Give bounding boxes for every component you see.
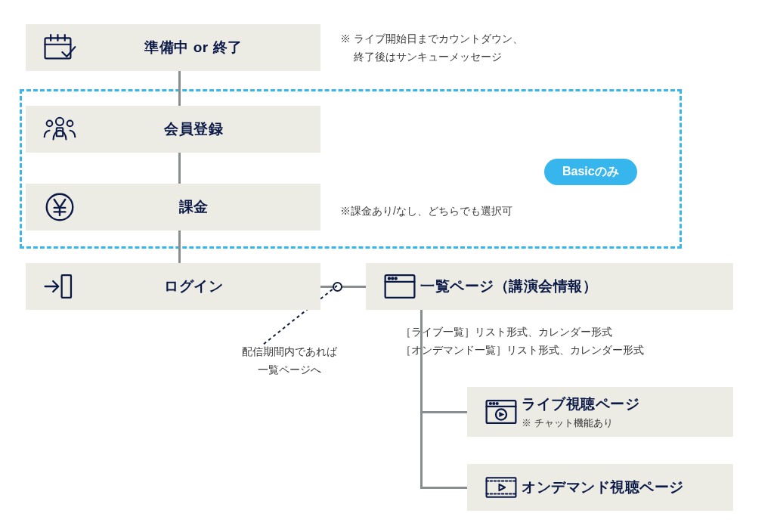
- svg-point-22: [490, 403, 491, 404]
- svg-point-7: [47, 121, 53, 127]
- note-list-details: ［ライブ一覧］リスト形式、カレンダー形式 ［オンデマンド一覧］リスト形式、カレン…: [401, 323, 644, 360]
- basic-only-badge: Basicのみ: [544, 159, 637, 185]
- note-login-line2: 一覧ページへ: [258, 363, 321, 376]
- svg-marker-30: [499, 484, 505, 490]
- calendar-check-icon: [39, 32, 80, 63]
- yen-circle-icon: [39, 192, 80, 222]
- browser-window-icon: [379, 273, 420, 300]
- connector-branch-ondemand: [420, 487, 467, 489]
- login-arrow-icon: [39, 273, 80, 300]
- node-preparing-title: 準備中 or 終了: [144, 38, 242, 57]
- svg-point-19: [395, 277, 397, 279]
- svg-point-8: [67, 121, 73, 127]
- note-login: 配信期間内であれば 一覧ページへ: [218, 343, 361, 379]
- node-register: 会員登録: [26, 106, 320, 153]
- node-preparing-or-ended: 準備中 or 終了: [26, 24, 320, 71]
- note-billing: ※課金あり/なし、どちらでも選択可: [340, 203, 512, 221]
- svg-point-6: [56, 118, 63, 125]
- node-billing: 課金: [26, 184, 320, 230]
- note-preparing-line1: ※ ライブ開始日までカウントダウン、: [340, 32, 523, 45]
- users-group-icon: [39, 115, 80, 144]
- svg-point-23: [493, 403, 494, 404]
- svg-point-24: [497, 403, 498, 404]
- note-preparing-line2: 終了後はサンキューメッセージ: [340, 51, 502, 63]
- node-live-viewing: ライブ視聴ページ ※ チャット機能あり: [467, 387, 733, 437]
- browser-play-icon: [481, 398, 522, 425]
- svg-rect-14: [62, 275, 71, 298]
- svg-rect-9: [57, 128, 63, 136]
- node-list-page: 一覧ページ（講演会情報）: [366, 263, 733, 310]
- svg-point-18: [392, 277, 393, 279]
- svg-marker-26: [499, 412, 504, 417]
- node-ondemand-title: オンデマンド視聴ページ: [522, 478, 684, 497]
- node-register-title: 会員登録: [164, 119, 223, 139]
- node-ondemand-viewing: オンデマンド視聴ページ: [467, 464, 733, 511]
- node-live-title: ライブ視聴ページ: [522, 394, 639, 414]
- node-live-sub: ※ チャット機能あり: [522, 416, 613, 430]
- node-login: ログイン: [26, 263, 320, 310]
- note-billing-line: ※課金あり/なし、どちらでも選択可: [340, 205, 512, 217]
- node-login-title: ログイン: [164, 277, 223, 296]
- note-list-line1: ［ライブ一覧］リスト形式、カレンダー形式: [401, 326, 612, 338]
- note-login-line1: 配信期間内であれば: [242, 345, 337, 357]
- note-preparing: ※ ライブ開始日までカウントダウン、 終了後はサンキューメッセージ: [340, 30, 523, 66]
- node-list-title: 一覧ページ（講演会情報）: [420, 277, 597, 296]
- connector-vertical-spine: [178, 68, 181, 264]
- connector-branch-live: [420, 411, 467, 413]
- svg-point-17: [389, 277, 390, 279]
- filmstrip-play-icon: [481, 475, 522, 500]
- note-list-line2: ［オンデマンド一覧］リスト形式、カレンダー形式: [401, 344, 644, 356]
- node-billing-title: 課金: [179, 197, 209, 217]
